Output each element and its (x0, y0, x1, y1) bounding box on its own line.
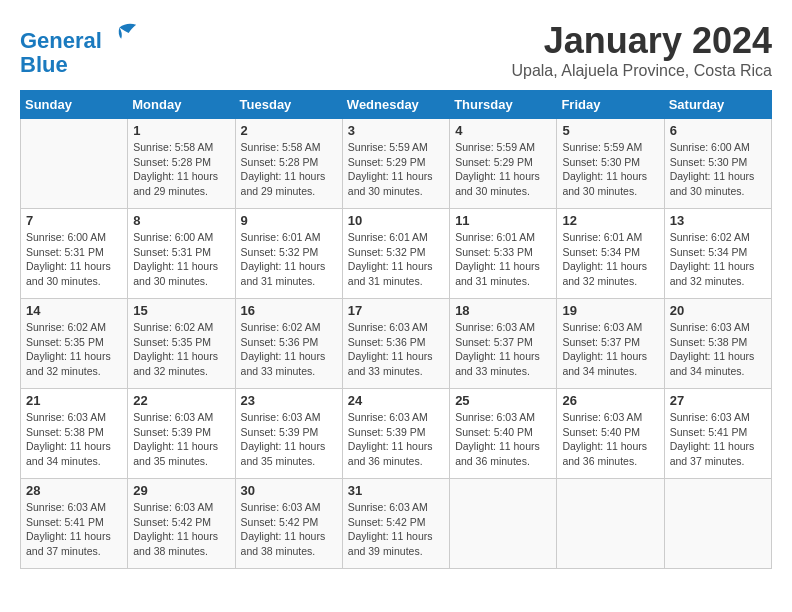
day-header-monday: Monday (128, 91, 235, 119)
day-info: Sunrise: 6:01 AMSunset: 5:33 PMDaylight:… (455, 230, 551, 289)
day-number: 14 (26, 303, 122, 318)
day-info: Sunrise: 6:03 AMSunset: 5:42 PMDaylight:… (133, 500, 229, 559)
calendar-week-row: 14Sunrise: 6:02 AMSunset: 5:35 PMDayligh… (21, 299, 772, 389)
day-number: 1 (133, 123, 229, 138)
day-number: 27 (670, 393, 766, 408)
day-number: 31 (348, 483, 444, 498)
day-number: 21 (26, 393, 122, 408)
day-number: 12 (562, 213, 658, 228)
day-info: Sunrise: 6:03 AMSunset: 5:39 PMDaylight:… (241, 410, 337, 469)
day-info: Sunrise: 6:00 AMSunset: 5:31 PMDaylight:… (133, 230, 229, 289)
calendar-cell: 9Sunrise: 6:01 AMSunset: 5:32 PMDaylight… (235, 209, 342, 299)
calendar-cell: 30Sunrise: 6:03 AMSunset: 5:42 PMDayligh… (235, 479, 342, 569)
calendar-cell: 22Sunrise: 6:03 AMSunset: 5:39 PMDayligh… (128, 389, 235, 479)
logo-bird-icon (110, 20, 138, 48)
logo-general: General (20, 28, 102, 53)
calendar-cell: 25Sunrise: 6:03 AMSunset: 5:40 PMDayligh… (450, 389, 557, 479)
day-header-sunday: Sunday (21, 91, 128, 119)
day-header-tuesday: Tuesday (235, 91, 342, 119)
day-info: Sunrise: 6:03 AMSunset: 5:41 PMDaylight:… (670, 410, 766, 469)
day-info: Sunrise: 6:03 AMSunset: 5:36 PMDaylight:… (348, 320, 444, 379)
day-number: 13 (670, 213, 766, 228)
calendar-cell: 17Sunrise: 6:03 AMSunset: 5:36 PMDayligh… (342, 299, 449, 389)
day-number: 4 (455, 123, 551, 138)
day-number: 20 (670, 303, 766, 318)
day-info: Sunrise: 5:58 AMSunset: 5:28 PMDaylight:… (241, 140, 337, 199)
calendar-cell: 11Sunrise: 6:01 AMSunset: 5:33 PMDayligh… (450, 209, 557, 299)
calendar-week-row: 1Sunrise: 5:58 AMSunset: 5:28 PMDaylight… (21, 119, 772, 209)
page-header: General Blue January 2024 Upala, Alajuel… (20, 20, 772, 80)
calendar-cell: 12Sunrise: 6:01 AMSunset: 5:34 PMDayligh… (557, 209, 664, 299)
day-info: Sunrise: 6:02 AMSunset: 5:34 PMDaylight:… (670, 230, 766, 289)
calendar-cell: 4Sunrise: 5:59 AMSunset: 5:29 PMDaylight… (450, 119, 557, 209)
calendar-cell: 20Sunrise: 6:03 AMSunset: 5:38 PMDayligh… (664, 299, 771, 389)
calendar-week-row: 7Sunrise: 6:00 AMSunset: 5:31 PMDaylight… (21, 209, 772, 299)
calendar-cell: 2Sunrise: 5:58 AMSunset: 5:28 PMDaylight… (235, 119, 342, 209)
month-title: January 2024 (511, 20, 772, 62)
day-info: Sunrise: 6:03 AMSunset: 5:41 PMDaylight:… (26, 500, 122, 559)
calendar-cell: 1Sunrise: 5:58 AMSunset: 5:28 PMDaylight… (128, 119, 235, 209)
calendar-week-row: 21Sunrise: 6:03 AMSunset: 5:38 PMDayligh… (21, 389, 772, 479)
day-info: Sunrise: 6:00 AMSunset: 5:31 PMDaylight:… (26, 230, 122, 289)
day-number: 25 (455, 393, 551, 408)
calendar-cell: 26Sunrise: 6:03 AMSunset: 5:40 PMDayligh… (557, 389, 664, 479)
calendar-header-row: SundayMondayTuesdayWednesdayThursdayFrid… (21, 91, 772, 119)
day-info: Sunrise: 6:03 AMSunset: 5:39 PMDaylight:… (133, 410, 229, 469)
day-number: 26 (562, 393, 658, 408)
day-info: Sunrise: 6:01 AMSunset: 5:34 PMDaylight:… (562, 230, 658, 289)
calendar-cell (557, 479, 664, 569)
day-info: Sunrise: 5:59 AMSunset: 5:30 PMDaylight:… (562, 140, 658, 199)
day-number: 22 (133, 393, 229, 408)
day-number: 3 (348, 123, 444, 138)
day-number: 10 (348, 213, 444, 228)
day-header-friday: Friday (557, 91, 664, 119)
calendar-cell: 18Sunrise: 6:03 AMSunset: 5:37 PMDayligh… (450, 299, 557, 389)
day-info: Sunrise: 6:02 AMSunset: 5:35 PMDaylight:… (26, 320, 122, 379)
day-number: 19 (562, 303, 658, 318)
day-info: Sunrise: 5:58 AMSunset: 5:28 PMDaylight:… (133, 140, 229, 199)
day-number: 6 (670, 123, 766, 138)
day-number: 29 (133, 483, 229, 498)
calendar-week-row: 28Sunrise: 6:03 AMSunset: 5:41 PMDayligh… (21, 479, 772, 569)
day-header-saturday: Saturday (664, 91, 771, 119)
calendar-cell: 24Sunrise: 6:03 AMSunset: 5:39 PMDayligh… (342, 389, 449, 479)
calendar-cell: 28Sunrise: 6:03 AMSunset: 5:41 PMDayligh… (21, 479, 128, 569)
calendar-cell: 7Sunrise: 6:00 AMSunset: 5:31 PMDaylight… (21, 209, 128, 299)
calendar-cell: 29Sunrise: 6:03 AMSunset: 5:42 PMDayligh… (128, 479, 235, 569)
calendar-table: SundayMondayTuesdayWednesdayThursdayFrid… (20, 90, 772, 569)
day-info: Sunrise: 6:03 AMSunset: 5:38 PMDaylight:… (670, 320, 766, 379)
calendar-cell: 19Sunrise: 6:03 AMSunset: 5:37 PMDayligh… (557, 299, 664, 389)
logo: General Blue (20, 20, 138, 77)
calendar-cell (450, 479, 557, 569)
day-number: 11 (455, 213, 551, 228)
location-title: Upala, Alajuela Province, Costa Rica (511, 62, 772, 80)
calendar-cell (664, 479, 771, 569)
day-info: Sunrise: 6:03 AMSunset: 5:37 PMDaylight:… (562, 320, 658, 379)
day-header-thursday: Thursday (450, 91, 557, 119)
logo-blue: Blue (20, 53, 138, 77)
day-number: 15 (133, 303, 229, 318)
day-number: 30 (241, 483, 337, 498)
day-info: Sunrise: 6:03 AMSunset: 5:37 PMDaylight:… (455, 320, 551, 379)
calendar-cell: 31Sunrise: 6:03 AMSunset: 5:42 PMDayligh… (342, 479, 449, 569)
day-info: Sunrise: 5:59 AMSunset: 5:29 PMDaylight:… (455, 140, 551, 199)
day-info: Sunrise: 6:03 AMSunset: 5:40 PMDaylight:… (455, 410, 551, 469)
day-info: Sunrise: 6:03 AMSunset: 5:40 PMDaylight:… (562, 410, 658, 469)
day-number: 16 (241, 303, 337, 318)
calendar-cell: 6Sunrise: 6:00 AMSunset: 5:30 PMDaylight… (664, 119, 771, 209)
day-number: 17 (348, 303, 444, 318)
calendar-cell: 21Sunrise: 6:03 AMSunset: 5:38 PMDayligh… (21, 389, 128, 479)
day-info: Sunrise: 5:59 AMSunset: 5:29 PMDaylight:… (348, 140, 444, 199)
calendar-cell: 15Sunrise: 6:02 AMSunset: 5:35 PMDayligh… (128, 299, 235, 389)
calendar-cell: 14Sunrise: 6:02 AMSunset: 5:35 PMDayligh… (21, 299, 128, 389)
day-info: Sunrise: 6:03 AMSunset: 5:42 PMDaylight:… (241, 500, 337, 559)
day-info: Sunrise: 6:01 AMSunset: 5:32 PMDaylight:… (241, 230, 337, 289)
day-number: 5 (562, 123, 658, 138)
day-number: 8 (133, 213, 229, 228)
day-info: Sunrise: 6:02 AMSunset: 5:36 PMDaylight:… (241, 320, 337, 379)
day-number: 2 (241, 123, 337, 138)
calendar-cell: 10Sunrise: 6:01 AMSunset: 5:32 PMDayligh… (342, 209, 449, 299)
calendar-cell: 3Sunrise: 5:59 AMSunset: 5:29 PMDaylight… (342, 119, 449, 209)
day-info: Sunrise: 6:03 AMSunset: 5:42 PMDaylight:… (348, 500, 444, 559)
day-number: 7 (26, 213, 122, 228)
